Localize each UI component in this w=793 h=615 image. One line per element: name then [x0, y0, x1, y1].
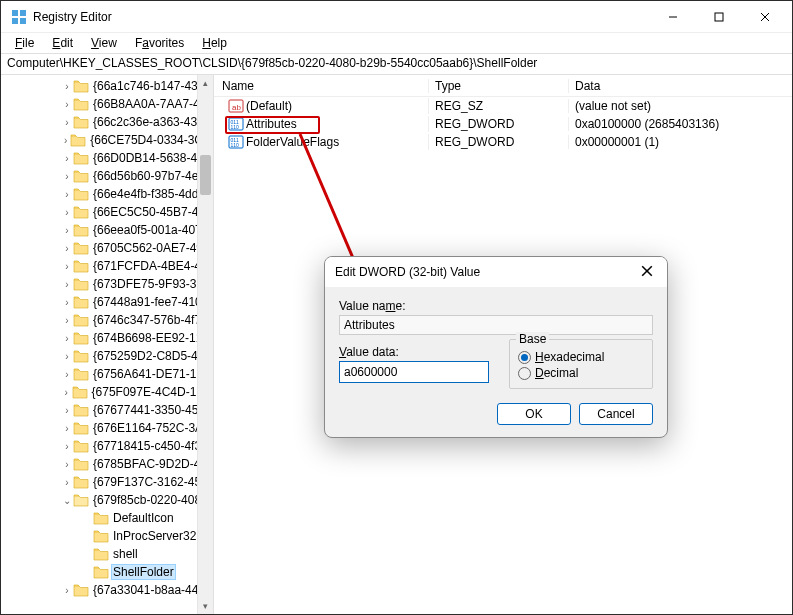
tree-item[interactable]: ›{66CE75D4-0334-3CA [1, 131, 213, 149]
list-row[interactable]: ab(Default)REG_SZ(value not set) [214, 97, 792, 115]
tree-item[interactable]: ›{66d56b60-97b7-4e6 [1, 167, 213, 185]
radio-hexadecimal[interactable]: Hexadecimal [518, 350, 644, 364]
folder-icon [72, 385, 88, 399]
chevron-icon[interactable]: › [61, 225, 73, 236]
chevron-icon[interactable]: › [61, 459, 73, 470]
tree-label: {67677441-3350-45b [91, 402, 207, 418]
folder-icon [73, 583, 89, 597]
tree-item[interactable]: ›{674B6698-EE92-11D [1, 329, 213, 347]
tree-item[interactable]: ›{66eea0f5-001a-4073 [1, 221, 213, 239]
ok-button[interactable]: OK [497, 403, 571, 425]
value-data-input[interactable] [339, 361, 489, 383]
list-row[interactable]: 011110FolderValueFlagsREG_DWORD0x0000000… [214, 133, 792, 151]
chevron-icon[interactable]: › [61, 243, 73, 254]
chevron-icon[interactable]: › [61, 441, 73, 452]
folder-icon [73, 403, 89, 417]
dialog-close-button[interactable] [637, 263, 657, 281]
titlebar[interactable]: Registry Editor [1, 1, 792, 33]
dialog-titlebar[interactable]: Edit DWORD (32-bit) Value [325, 257, 667, 287]
dword-value-icon: 011110 [228, 116, 244, 132]
tree-item[interactable]: ›{67718415-c450-4f3c [1, 437, 213, 455]
menu-view[interactable]: View [83, 34, 125, 52]
chevron-icon[interactable]: › [61, 351, 73, 362]
maximize-button[interactable] [696, 2, 742, 32]
menu-file[interactable]: File [7, 34, 42, 52]
folder-icon [73, 187, 89, 201]
col-data[interactable]: Data [569, 79, 792, 93]
address-bar[interactable]: Computer\HKEY_CLASSES_ROOT\CLSID\{679f85… [1, 53, 792, 75]
tree-item[interactable]: ›{673DFE75-9F93-304 [1, 275, 213, 293]
tree-item[interactable]: shell [1, 545, 213, 563]
list-row[interactable]: 011110AttributesREG_DWORD0xa0100000 (268… [214, 115, 792, 133]
tree-item[interactable]: ›{6785BFAC-9D2D-4b [1, 455, 213, 473]
chevron-icon[interactable]: › [61, 297, 73, 308]
tree-item[interactable]: ›{67448a91-fee7-410c [1, 293, 213, 311]
chevron-icon[interactable]: › [61, 207, 73, 218]
chevron-icon[interactable]: › [61, 261, 73, 272]
tree-item[interactable]: ›{6705C562-0AE7-49E [1, 239, 213, 257]
chevron-icon[interactable]: › [61, 315, 73, 326]
tree-item[interactable]: ⌄{679f85cb-0220-4080 [1, 491, 213, 509]
chevron-icon[interactable]: › [61, 279, 73, 290]
scroll-thumb[interactable] [200, 155, 211, 195]
tree-item[interactable]: ›{66e4e4fb-f385-4dd0 [1, 185, 213, 203]
menubar: File Edit View Favorites Help [1, 33, 792, 53]
tree-item[interactable]: ›{676E1164-752C-3A7 [1, 419, 213, 437]
tree-item[interactable]: ›{6746c347-576b-4f73 [1, 311, 213, 329]
tree-item[interactable]: ShellFolder [1, 563, 213, 581]
window-title: Registry Editor [33, 10, 650, 24]
value-data: 0xa0100000 (2685403136) [569, 117, 792, 131]
menu-help[interactable]: Help [194, 34, 235, 52]
folder-icon [73, 493, 89, 507]
tree-item[interactable]: ›{66a1c746-b147-43b [1, 77, 213, 95]
tree-item[interactable]: ›{66c2c36e-a363-434c [1, 113, 213, 131]
chevron-icon[interactable]: › [61, 369, 73, 380]
chevron-icon[interactable]: › [61, 405, 73, 416]
tree-item[interactable]: ›{675F097E-4C4D-11E [1, 383, 213, 401]
tree-item[interactable]: DefaultIcon [1, 509, 213, 527]
folder-icon [73, 349, 89, 363]
tree-item[interactable]: ›{675259D2-C8D5-4A [1, 347, 213, 365]
chevron-icon[interactable]: ⌄ [61, 495, 73, 506]
tree-item[interactable]: ›{66B8AA0A-7AA7-4E [1, 95, 213, 113]
chevron-icon[interactable]: › [61, 171, 73, 182]
tree-scrollbar[interactable]: ▴ ▾ [197, 75, 213, 614]
tree-label: {679F137C-3162-45d [91, 474, 210, 490]
menu-favorites[interactable]: Favorites [127, 34, 192, 52]
chevron-icon[interactable]: › [61, 423, 73, 434]
tree-item[interactable]: ›{67677441-3350-45b [1, 401, 213, 419]
tree-item[interactable]: ›{67a33041-b8aa-44 [1, 581, 213, 599]
chevron-icon[interactable]: › [61, 477, 73, 488]
tree-item[interactable]: ›{66D0DB14-5638-475 [1, 149, 213, 167]
chevron-icon[interactable]: › [61, 99, 73, 110]
scroll-up-icon[interactable]: ▴ [198, 75, 213, 91]
chevron-icon[interactable]: › [61, 387, 72, 398]
chevron-icon[interactable]: › [61, 333, 73, 344]
menu-edit[interactable]: Edit [44, 34, 81, 52]
close-button[interactable] [742, 2, 788, 32]
cancel-button[interactable]: Cancel [579, 403, 653, 425]
chevron-icon[interactable]: › [61, 81, 73, 92]
folder-icon [93, 529, 109, 543]
tree-item[interactable]: ›{671FCFDA-4BE4-43 [1, 257, 213, 275]
chevron-icon[interactable]: › [61, 585, 73, 596]
col-type[interactable]: Type [429, 79, 569, 93]
value-name-field[interactable]: Attributes [339, 315, 653, 335]
chevron-icon[interactable]: › [61, 189, 73, 200]
chevron-icon[interactable]: › [61, 153, 73, 164]
tree-item[interactable]: ›{679F137C-3162-45d [1, 473, 213, 491]
chevron-icon[interactable]: › [61, 117, 73, 128]
tree-item[interactable]: InProcServer32 [1, 527, 213, 545]
list-header[interactable]: Name Type Data [214, 75, 792, 97]
scroll-down-icon[interactable]: ▾ [198, 598, 213, 614]
edit-dword-dialog[interactable]: Edit DWORD (32-bit) Value Value name: At… [324, 256, 668, 438]
tree-item[interactable]: ›{6756A641-DE71-11c [1, 365, 213, 383]
tree-item[interactable]: ›{66EC5C50-45B7-48c [1, 203, 213, 221]
col-name[interactable]: Name [214, 79, 429, 93]
chevron-icon[interactable]: › [61, 135, 70, 146]
tree-label: {6756A641-DE71-11c [91, 366, 211, 382]
radio-decimal[interactable]: Decimal [518, 366, 644, 380]
tree-pane[interactable]: ›{66a1c746-b147-43b›{66B8AA0A-7AA7-4E›{6… [1, 75, 214, 614]
tree-label: {66EC5C50-45B7-48c [91, 204, 213, 220]
minimize-button[interactable] [650, 2, 696, 32]
